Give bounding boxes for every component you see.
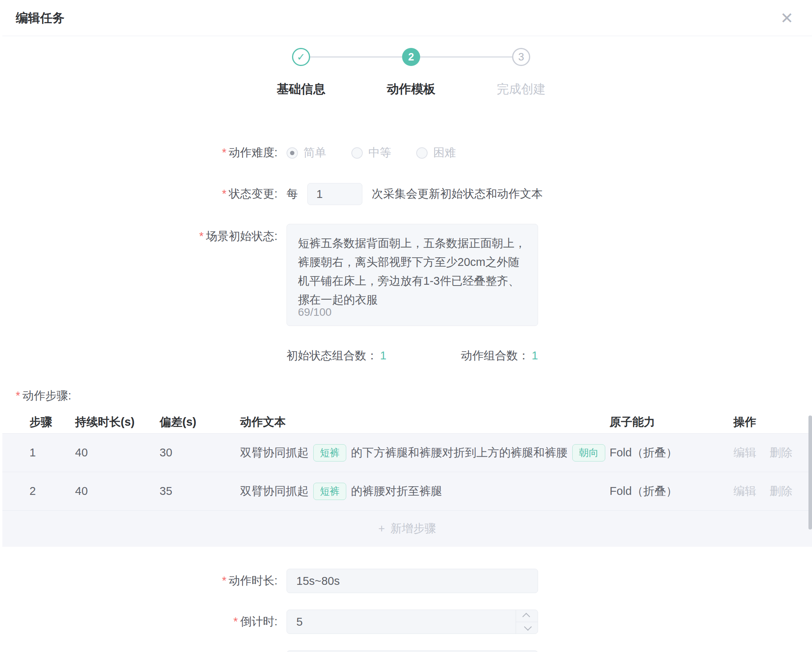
col-header-duration: 持续时长(s) xyxy=(75,414,160,430)
action-duration-input[interactable]: 15s~80s xyxy=(287,569,538,593)
step-2-circle[interactable]: 2 xyxy=(402,48,420,66)
required-asterisk: * xyxy=(222,146,226,159)
cell-action-text: 双臂协同抓起短裤的下方裤腿和裤腰对折到上方的裤腿和裤腰朝向 xyxy=(240,444,610,462)
col-header-ability: 原子能力 xyxy=(610,414,733,430)
initial-state-textarea[interactable]: 短裤五条数据背面朝上，五条数据正面朝上，裤腰朝右，离头部视野下方至少20cm之外… xyxy=(287,224,538,326)
combo-counts-row: 初始状态组合数：1 动作组合数：1 xyxy=(2,348,812,364)
cell-action-text: 双臂协同抓起短裤的裤腰对折至裤腿 xyxy=(240,483,610,500)
radio-icon xyxy=(287,147,298,159)
number-spinner xyxy=(516,610,538,634)
keyword-tag: 短裤 xyxy=(313,444,346,462)
table-header-row: 步骤 持续时长(s) 偏差(s) 动作文本 原子能力 操作 xyxy=(2,411,812,434)
add-step-button[interactable]: + 新增步骤 xyxy=(378,521,436,537)
increase-button[interactable] xyxy=(516,610,538,622)
cell-ability: Fold（折叠） xyxy=(610,484,733,499)
step-3-label: 完成创建 xyxy=(466,81,576,97)
difficulty-radio-group: 简单 中等 困难 xyxy=(287,145,481,161)
edit-task-dialog: 编辑任务 ✕ ✓ 2 3 基础信息 动作模板 完成创建 *动作难度: xyxy=(0,0,812,652)
initial-combos: 初始状态组合数：1 xyxy=(287,348,386,364)
action-text: 双臂协同抓起 xyxy=(240,484,309,499)
col-header-deviation: 偏差(s) xyxy=(160,414,240,430)
scrollbar-thumb[interactable] xyxy=(808,416,812,529)
initial-state-label: *场景初始状态: xyxy=(2,229,277,244)
cell-duration: 40 xyxy=(75,485,160,498)
cell-step: 2 xyxy=(24,485,75,498)
col-header-operations: 操作 xyxy=(733,414,812,430)
action-combos-value: 1 xyxy=(532,349,538,362)
step-2-number: 2 xyxy=(408,51,414,63)
dialog-title: 编辑任务 xyxy=(16,10,64,26)
close-icon[interactable]: ✕ xyxy=(777,9,796,27)
step-3-number: 3 xyxy=(518,51,524,63)
countdown-value: 5 xyxy=(296,615,303,628)
action-duration-label: *动作时长: xyxy=(2,573,277,589)
action-text: 的下方裤腿和裤腰对折到上方的裤腿和裤腰 xyxy=(351,445,568,461)
action-steps-table: 步骤 持续时长(s) 偏差(s) 动作文本 原子能力 操作 1 40 30 双臂… xyxy=(2,411,812,547)
difficulty-label: *动作难度: xyxy=(2,145,277,161)
radio-label: 困难 xyxy=(433,145,456,161)
radio-icon xyxy=(351,147,363,159)
unusual-ratio-select[interactable]: 5% xyxy=(287,650,538,652)
cell-ability: Fold（折叠） xyxy=(610,445,733,461)
radio-label: 中等 xyxy=(368,145,391,161)
cell-operations: 编辑 删除 xyxy=(733,445,812,461)
required-asterisk: * xyxy=(222,187,226,200)
step-1-label: 基础信息 xyxy=(246,81,356,97)
unusual-ratio-row: *非常规比例: 5% xyxy=(2,650,812,652)
step-2-label: 动作模板 xyxy=(356,81,466,97)
decrease-button[interactable] xyxy=(516,622,538,634)
dialog-header: 编辑任务 ✕ xyxy=(2,0,812,36)
countdown-row: *倒计时: 5 xyxy=(2,610,812,634)
difficulty-row: *动作难度: 简单 中等 困难 xyxy=(2,142,812,163)
state-change-label: *状态变更: xyxy=(2,186,277,202)
table-row: 2 40 35 双臂协同抓起短裤的裤腰对折至裤腿 Fold（折叠） 编辑 删除 xyxy=(2,472,812,511)
radio-icon xyxy=(416,147,428,159)
wizard-stepper: ✓ 2 3 基础信息 动作模板 完成创建 xyxy=(2,48,812,108)
step-connector xyxy=(310,56,402,58)
state-change-prefix: 每 xyxy=(287,186,298,202)
action-duration-value: 15s~80s xyxy=(296,575,340,588)
plus-icon: + xyxy=(378,522,385,535)
required-asterisk: * xyxy=(16,389,20,402)
char-counter: 69/100 xyxy=(298,306,332,319)
check-icon: ✓ xyxy=(297,51,305,63)
state-change-input[interactable]: 1 xyxy=(307,183,362,205)
add-step-band: + 新增步骤 xyxy=(2,511,812,547)
table-row: 1 40 30 双臂协同抓起短裤的下方裤腿和裤腰对折到上方的裤腿和裤腰朝向 Fo… xyxy=(2,434,812,472)
radio-label: 简单 xyxy=(303,145,326,161)
action-text: 的裤腰对折至裤腿 xyxy=(351,484,442,499)
col-header-step: 步骤 xyxy=(24,414,75,430)
required-asterisk: * xyxy=(233,615,238,628)
step-3-circle[interactable]: 3 xyxy=(512,48,530,66)
countdown-input[interactable]: 5 xyxy=(287,610,538,634)
initial-state-row: *场景初始状态: 短裤五条数据背面朝上，五条数据正面朝上，裤腰朝右，离头部视野下… xyxy=(2,224,812,326)
arrow-up-icon xyxy=(522,613,530,621)
add-step-label: 新增步骤 xyxy=(390,521,436,537)
initial-state-text: 短裤五条数据背面朝上，五条数据正面朝上，裤腰朝右，离头部视野下方至少20cm之外… xyxy=(298,234,527,309)
delete-link[interactable]: 删除 xyxy=(770,484,792,499)
action-combos: 动作组合数：1 xyxy=(461,348,538,364)
action-duration-row: *动作时长: 15s~80s xyxy=(2,569,812,593)
keyword-tag: 短裤 xyxy=(313,483,346,500)
delete-link[interactable]: 删除 xyxy=(770,445,792,461)
keyword-tag: 朝向 xyxy=(572,444,605,462)
countdown-label: *倒计时: xyxy=(2,614,277,630)
initial-combos-value: 1 xyxy=(380,349,386,362)
radio-option-easy[interactable]: 简单 xyxy=(287,145,326,161)
step-1-circle[interactable]: ✓ xyxy=(292,48,310,66)
edit-link[interactable]: 编辑 xyxy=(733,484,756,499)
radio-option-hard[interactable]: 困难 xyxy=(416,145,456,161)
cell-step: 1 xyxy=(24,446,75,459)
edit-link[interactable]: 编辑 xyxy=(733,445,756,461)
arrow-down-icon xyxy=(524,623,532,631)
action-steps-section-label: *动作步骤: xyxy=(16,388,812,404)
col-header-action-text: 动作文本 xyxy=(240,414,610,430)
required-asterisk: * xyxy=(199,230,204,242)
required-asterisk: * xyxy=(222,574,226,587)
radio-option-medium[interactable]: 中等 xyxy=(351,145,391,161)
state-change-row: *状态变更: 每 1 次采集会更新初始状态和动作文本 xyxy=(2,183,812,205)
step-connector xyxy=(420,56,512,58)
cell-deviation: 30 xyxy=(160,446,240,459)
cell-duration: 40 xyxy=(75,446,160,459)
action-text: 双臂协同抓起 xyxy=(240,445,309,461)
